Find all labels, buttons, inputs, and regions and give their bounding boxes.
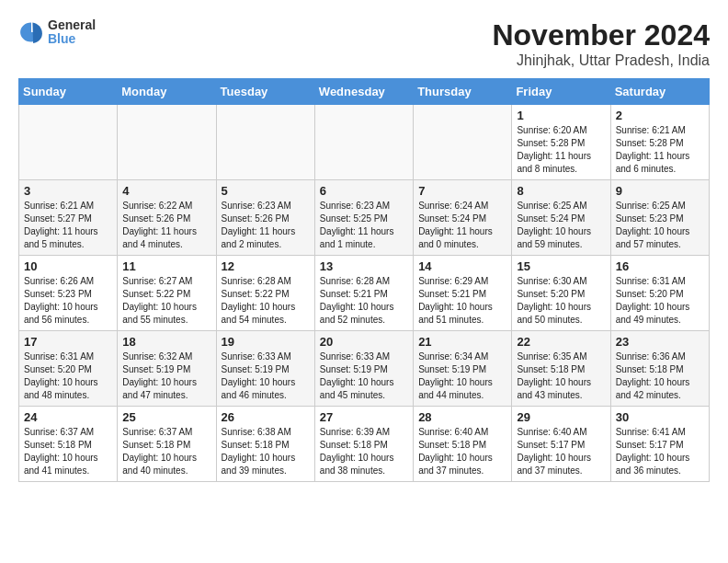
calendar-day-cell: 27Sunrise: 6:39 AM Sunset: 5:18 PM Dayli… [314,407,413,482]
calendar-week-row: 3Sunrise: 6:21 AM Sunset: 5:27 PM Daylig… [19,180,710,256]
calendar-day-cell: 1Sunrise: 6:20 AM Sunset: 5:28 PM Daylig… [512,105,610,180]
day-info: Sunrise: 6:35 AM Sunset: 5:18 PM Dayligh… [517,350,605,402]
day-number: 11 [122,259,210,273]
calendar-day-cell: 6Sunrise: 6:23 AM Sunset: 5:25 PM Daylig… [314,180,413,256]
calendar-day-cell: 28Sunrise: 6:40 AM Sunset: 5:18 PM Dayli… [414,407,512,482]
logo-general-text: General [48,18,96,32]
day-number: 19 [222,335,310,349]
day-info: Sunrise: 6:27 AM Sunset: 5:22 PM Dayligh… [122,275,210,327]
calendar-day-cell: 2Sunrise: 6:21 AM Sunset: 5:28 PM Daylig… [610,105,709,180]
weekday-header: Monday [118,79,216,105]
day-info: Sunrise: 6:41 AM Sunset: 5:17 PM Dayligh… [616,426,704,477]
calendar-day-cell: 19Sunrise: 6:33 AM Sunset: 5:19 PM Dayli… [216,331,314,407]
calendar-day-cell: 23Sunrise: 6:36 AM Sunset: 5:18 PM Dayli… [610,331,709,407]
calendar-day-cell [414,105,512,180]
day-info: Sunrise: 6:24 AM Sunset: 5:24 PM Dayligh… [418,200,506,251]
day-info: Sunrise: 6:37 AM Sunset: 5:18 PM Dayligh… [122,426,210,477]
calendar-day-cell: 30Sunrise: 6:41 AM Sunset: 5:17 PM Dayli… [610,407,709,482]
calendar-day-cell [19,105,118,180]
header: General Blue November 2024 Jhinjhak, Utt… [18,18,710,69]
calendar-day-cell: 25Sunrise: 6:37 AM Sunset: 5:18 PM Dayli… [118,407,216,482]
calendar-table: SundayMondayTuesdayWednesdayThursdayFrid… [18,78,710,482]
calendar-day-cell: 20Sunrise: 6:33 AM Sunset: 5:19 PM Dayli… [314,331,413,407]
title-section: November 2024 Jhinjhak, Uttar Pradesh, I… [492,18,710,69]
day-info: Sunrise: 6:37 AM Sunset: 5:18 PM Dayligh… [24,426,112,477]
day-info: Sunrise: 6:23 AM Sunset: 5:26 PM Dayligh… [222,200,310,251]
day-number: 14 [418,259,506,273]
day-info: Sunrise: 6:38 AM Sunset: 5:18 PM Dayligh… [222,426,310,477]
day-info: Sunrise: 6:28 AM Sunset: 5:21 PM Dayligh… [320,275,408,327]
calendar-week-row: 24Sunrise: 6:37 AM Sunset: 5:18 PM Dayli… [19,407,710,482]
day-info: Sunrise: 6:31 AM Sunset: 5:20 PM Dayligh… [24,350,112,402]
month-title: November 2024 [492,18,710,52]
day-info: Sunrise: 6:21 AM Sunset: 5:27 PM Dayligh… [24,200,112,251]
calendar-day-cell: 15Sunrise: 6:30 AM Sunset: 5:20 PM Dayli… [512,256,610,331]
day-info: Sunrise: 6:30 AM Sunset: 5:20 PM Dayligh… [517,275,605,327]
day-number: 5 [222,184,310,198]
day-number: 2 [616,109,704,122]
day-number: 26 [222,410,310,424]
calendar-day-cell: 26Sunrise: 6:38 AM Sunset: 5:18 PM Dayli… [216,407,314,482]
logo-icon [18,19,44,45]
day-info: Sunrise: 6:32 AM Sunset: 5:19 PM Dayligh… [122,350,210,402]
day-number: 8 [517,184,605,198]
calendar-day-cell: 9Sunrise: 6:25 AM Sunset: 5:23 PM Daylig… [610,180,709,256]
day-info: Sunrise: 6:28 AM Sunset: 5:22 PM Dayligh… [222,275,310,327]
day-number: 18 [122,335,210,349]
calendar-day-cell: 12Sunrise: 6:28 AM Sunset: 5:22 PM Dayli… [216,256,314,331]
day-info: Sunrise: 6:36 AM Sunset: 5:18 PM Dayligh… [616,350,704,402]
day-info: Sunrise: 6:23 AM Sunset: 5:25 PM Dayligh… [320,200,408,251]
calendar-day-cell: 8Sunrise: 6:25 AM Sunset: 5:24 PM Daylig… [512,180,610,256]
day-info: Sunrise: 6:34 AM Sunset: 5:19 PM Dayligh… [418,350,506,402]
day-number: 22 [517,335,605,349]
day-number: 28 [418,410,506,424]
day-info: Sunrise: 6:33 AM Sunset: 5:19 PM Dayligh… [320,350,408,402]
calendar-day-cell: 16Sunrise: 6:31 AM Sunset: 5:20 PM Dayli… [610,256,709,331]
day-info: Sunrise: 6:29 AM Sunset: 5:21 PM Dayligh… [418,275,506,327]
day-info: Sunrise: 6:20 AM Sunset: 5:28 PM Dayligh… [517,124,605,176]
calendar-week-row: 10Sunrise: 6:26 AM Sunset: 5:23 PM Dayli… [19,256,710,331]
day-number: 1 [517,109,605,122]
day-number: 7 [418,184,506,198]
day-info: Sunrise: 6:31 AM Sunset: 5:20 PM Dayligh… [616,275,704,327]
calendar-day-cell [216,105,314,180]
day-info: Sunrise: 6:21 AM Sunset: 5:28 PM Dayligh… [616,124,704,176]
calendar-day-cell: 24Sunrise: 6:37 AM Sunset: 5:18 PM Dayli… [19,407,118,482]
day-number: 27 [320,410,408,424]
day-number: 16 [616,259,704,273]
weekday-header: Sunday [19,79,118,105]
calendar-day-cell: 4Sunrise: 6:22 AM Sunset: 5:26 PM Daylig… [118,180,216,256]
calendar-day-cell [118,105,216,180]
day-info: Sunrise: 6:26 AM Sunset: 5:23 PM Dayligh… [24,275,112,327]
calendar-day-cell: 10Sunrise: 6:26 AM Sunset: 5:23 PM Dayli… [19,256,118,331]
weekday-header: Friday [512,79,610,105]
day-info: Sunrise: 6:33 AM Sunset: 5:19 PM Dayligh… [222,350,310,402]
day-info: Sunrise: 6:40 AM Sunset: 5:17 PM Dayligh… [517,426,605,477]
location-title: Jhinjhak, Uttar Pradesh, India [492,52,710,69]
day-info: Sunrise: 6:39 AM Sunset: 5:18 PM Dayligh… [320,426,408,477]
day-number: 21 [418,335,506,349]
logo: General Blue [18,18,96,47]
day-number: 24 [24,410,112,424]
day-number: 20 [320,335,408,349]
weekday-header: Wednesday [314,79,413,105]
day-number: 13 [320,259,408,273]
calendar-day-cell: 14Sunrise: 6:29 AM Sunset: 5:21 PM Dayli… [414,256,512,331]
day-info: Sunrise: 6:22 AM Sunset: 5:26 PM Dayligh… [122,200,210,251]
calendar-week-row: 17Sunrise: 6:31 AM Sunset: 5:20 PM Dayli… [19,331,710,407]
day-number: 12 [222,259,310,273]
weekday-header: Tuesday [216,79,314,105]
calendar-day-cell: 5Sunrise: 6:23 AM Sunset: 5:26 PM Daylig… [216,180,314,256]
calendar-day-cell [314,105,413,180]
day-number: 29 [517,410,605,424]
day-number: 15 [517,259,605,273]
logo-blue-text: Blue [48,32,96,46]
day-number: 30 [616,410,704,424]
day-info: Sunrise: 6:40 AM Sunset: 5:18 PM Dayligh… [418,426,506,477]
day-info: Sunrise: 6:25 AM Sunset: 5:23 PM Dayligh… [616,200,704,251]
day-info: Sunrise: 6:25 AM Sunset: 5:24 PM Dayligh… [517,200,605,251]
calendar-day-cell: 11Sunrise: 6:27 AM Sunset: 5:22 PM Dayli… [118,256,216,331]
logo-text: General Blue [48,18,96,47]
weekday-header-row: SundayMondayTuesdayWednesdayThursdayFrid… [19,79,710,105]
day-number: 10 [24,259,112,273]
